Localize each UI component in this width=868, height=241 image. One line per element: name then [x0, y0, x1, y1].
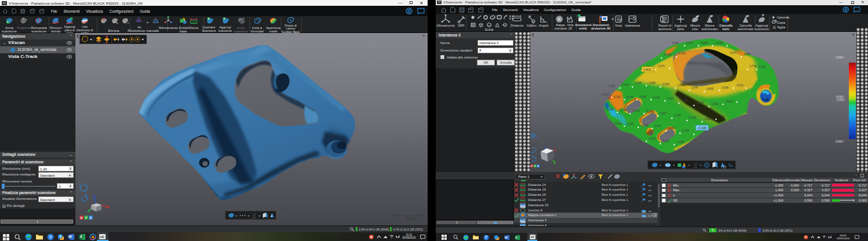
svg-text:0,699: 0,699: [744, 53, 751, 56]
svg-text:X: X: [80, 216, 82, 220]
svg-text:0,600: 0,600: [707, 87, 714, 90]
svg-text:0,637: 0,637: [686, 42, 693, 45]
svg-text:1,033: 1,033: [608, 85, 615, 87]
svg-text:-0,018: -0,018: [704, 118, 712, 121]
svg-text:1,588: 1,588: [649, 82, 656, 85]
svg-text:0,618: 0,618: [622, 83, 629, 86]
svg-text:0,331: 0,331: [679, 52, 686, 55]
svg-text:0,655: 0,655: [681, 99, 688, 102]
svg-text:0,116: 0,116: [653, 96, 660, 99]
svg-text:0,185: 0,185: [639, 96, 646, 98]
svg-text:0,749: 0,749: [627, 123, 634, 126]
svg-text:0,546: 0,546: [663, 83, 670, 86]
svg-text:X: X: [531, 165, 533, 167]
svg-text:0,160: 0,160: [614, 96, 621, 98]
svg-text:0,133: 0,133: [646, 109, 653, 112]
svg-text:0,015: 0,015: [759, 65, 766, 68]
svg-text:-0,065: -0,065: [606, 108, 613, 111]
svg-text:?: ?: [536, 136, 538, 140]
svg-text:?: ?: [49, 235, 52, 240]
svg-text:0,149: 0,149: [689, 116, 696, 119]
svg-text:-0,254: -0,254: [715, 42, 723, 45]
svg-text:Y: Y: [534, 165, 536, 167]
svg-text:0,255: 0,255: [674, 114, 681, 117]
svg-text:0,046: 0,046: [627, 96, 634, 98]
svg-text:0,192: 0,192: [649, 137, 656, 140]
svg-text:0,801: 0,801: [643, 68, 652, 71]
svg-text:0,068: 0,068: [722, 86, 729, 89]
svg-text:Y: Y: [85, 216, 87, 220]
svg-text:W: W: [68, 235, 73, 239]
svg-text:Z: Z: [89, 216, 92, 220]
svg-text:-1,339: -1,339: [632, 109, 640, 112]
svg-text:0,680: 0,680: [701, 42, 708, 45]
svg-text:-0,133: -0,133: [641, 124, 648, 127]
svg-text:-0,016: -0,016: [736, 84, 743, 87]
svg-text:0,471: 0,471: [730, 52, 737, 54]
svg-text:X: X: [79, 235, 82, 239]
svg-text:VX: VX: [530, 236, 534, 239]
svg-text:0,019: 0,019: [654, 125, 661, 127]
svg-text:-0,431: -0,431: [664, 53, 671, 56]
svg-text:-0,045: -0,045: [614, 122, 621, 125]
svg-text:0,150: 0,150: [663, 140, 670, 143]
svg-text:0,207: 0,207: [667, 97, 674, 100]
svg-text:0,233: 0,233: [682, 129, 689, 132]
svg-text:0,547: 0,547: [692, 86, 699, 89]
svg-text:-1,535: -1,535: [696, 101, 704, 104]
svg-text:W: W: [505, 235, 508, 239]
svg-text:X: X: [515, 235, 518, 239]
svg-text:0,196: 0,196: [635, 82, 642, 85]
svg-text:?: ?: [485, 235, 487, 239]
svg-text:0,503: 0,503: [672, 42, 679, 45]
svg-text:1,343: 1,343: [711, 103, 718, 105]
svg-text:-0,009: -0,009: [601, 93, 609, 96]
svg-text:-0,007: -0,007: [725, 100, 733, 103]
svg-text:VX: VX: [100, 235, 104, 238]
svg-text:0,754: 0,754: [750, 65, 757, 68]
svg-text:0,307: 0,307: [660, 112, 667, 115]
svg-text:-0,036: -0,036: [697, 126, 707, 130]
svg-text:0,749: 0,749: [620, 109, 627, 112]
svg-text:-0,233: -0,233: [677, 141, 684, 144]
svg-text:Z: Z: [537, 165, 539, 167]
svg-text:0,575: 0,575: [658, 65, 665, 68]
svg-text:0,059: 0,059: [668, 127, 675, 130]
svg-text:0,514: 0,514: [678, 84, 685, 87]
